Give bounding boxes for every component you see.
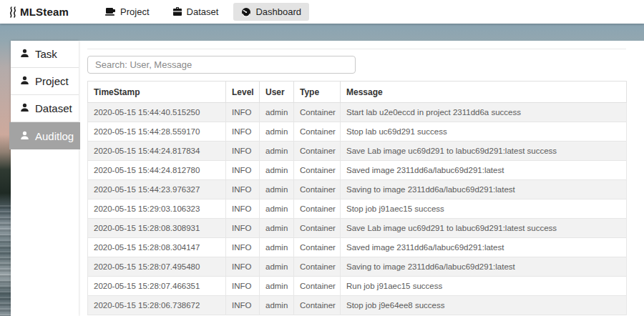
- table-cell: Container: [294, 257, 341, 277]
- person-icon: [20, 102, 29, 114]
- tab-dataset-label: Dataset: [187, 6, 219, 17]
- table-cell: INFO: [226, 219, 260, 238]
- table-row: 2020-05-15 15:44:40.515250INFOadminConta…: [88, 103, 627, 122]
- table-cell: Save Lab image uc69d291 to labuc69d291:l…: [341, 219, 627, 238]
- table-cell: 2020-05-15 15:28:06.738672: [88, 296, 226, 315]
- sidebar-item-dataset[interactable]: Dataset: [11, 95, 79, 122]
- table-row: 2020-05-15 15:28:07.466351INFOadminConta…: [88, 277, 627, 296]
- table-cell: Saved image 2311dd6a/labuc69d291:latest: [341, 161, 627, 180]
- table-row: 2020-05-15 15:44:23.976327INFOadminConta…: [88, 180, 627, 199]
- table-cell: 2020-05-15 15:28:07.466351: [88, 277, 226, 296]
- table-cell: Save Lab image uc69d291 to labuc69d291:l…: [341, 142, 627, 161]
- tab-dataset[interactable]: Dataset: [165, 3, 227, 21]
- person-icon: [20, 130, 29, 142]
- table-cell: admin: [260, 122, 294, 142]
- app-logo-text: MLSteam: [20, 6, 69, 18]
- table-cell: admin: [260, 103, 294, 122]
- table-cell: Stop job j91aec15 success: [341, 199, 627, 219]
- table-cell: 2020-05-15 15:44:24.817834: [88, 142, 226, 161]
- table-cell: INFO: [226, 257, 260, 277]
- table-cell: admin: [260, 199, 294, 219]
- auditlog-table: TimeStampLevelUserTypeMessage 2020-05-15…: [87, 81, 627, 315]
- table-cell: INFO: [226, 296, 260, 315]
- table-row: 2020-05-15 15:28:08.304147INFOadminConta…: [88, 238, 627, 257]
- audit-table-head: TimeStampLevelUserTypeMessage: [88, 82, 627, 103]
- table-cell: 2020-05-15 15:44:40.515250: [88, 103, 226, 122]
- table-cell: admin: [260, 257, 294, 277]
- table-cell: 2020-05-15 15:44:24.812780: [88, 161, 226, 180]
- tab-project-label: Project: [120, 6, 149, 17]
- search-input[interactable]: [87, 56, 356, 74]
- app-window: MLSteam Project: [0, 0, 644, 316]
- table-cell: 2020-05-15 15:44:28.559170: [88, 122, 226, 142]
- table-header-row: TimeStampLevelUserTypeMessage: [88, 82, 627, 103]
- table-cell: Container: [294, 199, 341, 219]
- tab-dashboard-label: Dashboard: [255, 6, 301, 17]
- steam-icon: [9, 6, 18, 18]
- table-cell: Container: [294, 219, 341, 238]
- table-cell: Container: [294, 161, 341, 180]
- content-top-divider: [87, 49, 626, 49]
- table-cell: INFO: [226, 122, 260, 142]
- table-cell: 2020-05-15 15:29:03.106323: [88, 199, 226, 219]
- audit-table-body: 2020-05-15 15:44:40.515250INFOadminConta…: [88, 103, 627, 315]
- column-header[interactable]: Message: [341, 82, 627, 103]
- dataset-icon: [172, 7, 182, 16]
- column-header[interactable]: User: [260, 82, 294, 103]
- main-content: TimeStampLevelUserTypeMessage 2020-05-15…: [79, 41, 644, 316]
- navbar-tabs: Project Dataset: [97, 3, 309, 21]
- table-cell: Container: [294, 122, 341, 142]
- table-cell: 2020-05-15 15:28:07.495480: [88, 257, 226, 277]
- table-cell: admin: [260, 161, 294, 180]
- table-cell: Container: [294, 103, 341, 122]
- project-icon: [105, 7, 116, 16]
- table-cell: Container: [294, 180, 341, 199]
- sidebar-item-label: Auditlog: [35, 130, 74, 142]
- table-cell: INFO: [226, 277, 260, 296]
- table-cell: Saved image 2311dd6a/labuc69d291:latest: [341, 238, 627, 257]
- person-icon: [20, 75, 29, 87]
- table-cell: Saving to image 2311dd6a/labuc69d291:lat…: [341, 257, 627, 277]
- column-header[interactable]: TimeStamp: [88, 82, 226, 103]
- table-cell: Container: [294, 277, 341, 296]
- sidebar-item-label: Task: [35, 48, 57, 60]
- sidebar-item-auditlog[interactable]: Auditlog: [9, 122, 80, 149]
- table-cell: Stop job j9e64ee8 success: [341, 296, 627, 315]
- table-cell: INFO: [226, 238, 260, 257]
- app-logo[interactable]: MLSteam: [0, 6, 76, 18]
- table-cell: admin: [260, 296, 294, 315]
- table-cell: admin: [260, 142, 294, 161]
- table-cell: 2020-05-15 15:44:23.976327: [88, 180, 226, 199]
- table-cell: Container: [294, 238, 341, 257]
- tab-dashboard[interactable]: Dashboard: [233, 3, 309, 21]
- table-cell: admin: [260, 277, 294, 296]
- column-header[interactable]: Type: [294, 82, 341, 103]
- column-header[interactable]: Level: [226, 82, 260, 103]
- table-cell: admin: [260, 238, 294, 257]
- table-cell: Start lab u2e0eccd in project 2311dd6a s…: [341, 103, 627, 122]
- sidebar-item-project[interactable]: Project: [11, 68, 79, 95]
- sidebar-item-label: Project: [35, 75, 69, 87]
- top-navbar: MLSteam Project: [0, 0, 644, 24]
- table-row: 2020-05-15 15:44:24.812780INFOadminConta…: [88, 161, 627, 180]
- table-cell: INFO: [226, 161, 260, 180]
- table-cell: Run job j91aec15 success: [341, 277, 627, 296]
- dashboard-icon: [241, 7, 251, 17]
- table-cell: 2020-05-15 15:28:08.308931: [88, 219, 226, 238]
- sidebar: Task Project Dataset Au: [11, 41, 79, 316]
- table-row: 2020-05-15 15:28:08.308931INFOadminConta…: [88, 219, 627, 238]
- table-cell: Stop lab uc69d291 success: [341, 122, 627, 142]
- table-cell: admin: [260, 180, 294, 199]
- table-cell: Container: [294, 142, 341, 161]
- table-cell: admin: [260, 219, 294, 238]
- person-icon: [20, 48, 29, 60]
- table-row: 2020-05-15 15:28:07.495480INFOadminConta…: [88, 257, 627, 277]
- table-row: 2020-05-15 15:28:06.738672INFOadminConta…: [88, 296, 627, 315]
- table-cell: INFO: [226, 180, 260, 199]
- sidebar-item-label: Dataset: [35, 102, 72, 114]
- tab-project[interactable]: Project: [97, 3, 157, 21]
- table-cell: INFO: [226, 199, 260, 219]
- table-cell: INFO: [226, 142, 260, 161]
- sidebar-item-task[interactable]: Task: [11, 41, 79, 68]
- table-cell: Container: [294, 296, 341, 315]
